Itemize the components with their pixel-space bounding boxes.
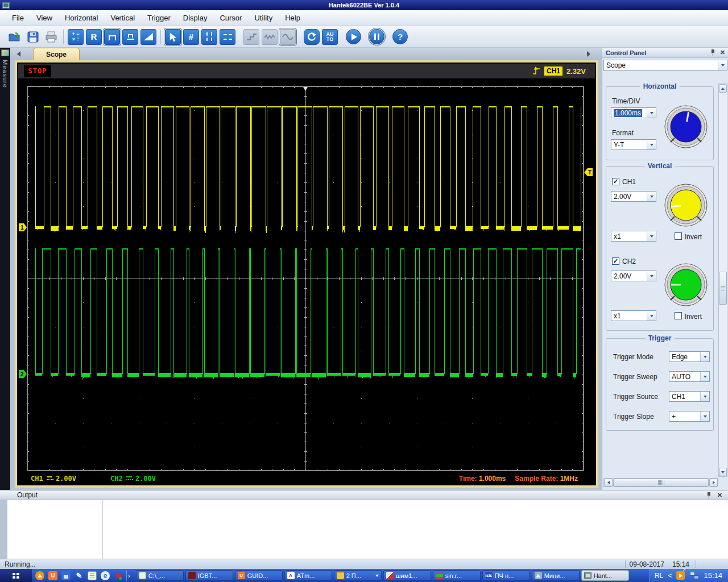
save-icon[interactable] — [61, 571, 71, 580]
ch1-volts-knob[interactable] — [663, 182, 709, 228]
tray-expand-icon[interactable]: < — [668, 572, 672, 580]
ch1-probe-combo[interactable]: x1 — [611, 231, 656, 242]
scrollbar-thumb[interactable] — [719, 272, 727, 305]
close-icon[interactable]: ✕ — [717, 492, 722, 498]
task-button[interactable]: isis ПЧ н... — [482, 570, 530, 581]
menu-help[interactable]: Help — [279, 11, 307, 25]
scrollbar-thumb[interactable] — [613, 479, 709, 487]
timebase-readout: Time: 1.000ms Sample Rate: 1MHz — [453, 473, 584, 484]
task-button[interactable]: Мини... — [532, 570, 580, 581]
ch2-probe-combo[interactable]: x1 — [611, 310, 656, 321]
close-icon[interactable]: ✕ — [720, 49, 725, 56]
scroll-up-icon[interactable] — [719, 84, 727, 93]
refresh-icon[interactable] — [304, 29, 320, 45]
panel-selector-combo[interactable]: Scope — [603, 60, 727, 70]
panel-vertical-scrollbar[interactable] — [718, 84, 727, 477]
ch1-scale-combo[interactable]: 2.00V — [611, 191, 656, 202]
pin-icon[interactable] — [710, 49, 715, 56]
task-button[interactable]: A ATm... — [284, 570, 332, 581]
notepad-icon[interactable] — [88, 571, 97, 580]
ch2-invert-checkbox[interactable] — [675, 312, 682, 319]
language-indicator[interactable]: RL — [655, 572, 663, 580]
quick-launch-expand-icon[interactable]: › — [127, 572, 134, 579]
menu-utility[interactable]: Utility — [248, 11, 279, 25]
trigger-level-value: 2.32V — [566, 67, 586, 76]
math-icon[interactable]: + −× ÷ — [68, 29, 84, 45]
ramp-icon[interactable] — [140, 29, 156, 45]
trigger-sweep-combo[interactable]: AUTO — [669, 371, 710, 382]
horizontal-cursors-icon[interactable] — [220, 29, 235, 45]
chevron-down-icon[interactable] — [375, 575, 379, 577]
scroll-right-icon[interactable] — [709, 479, 718, 487]
ch1-coupling-icon — [47, 476, 52, 481]
noisy-wave-icon[interactable] — [262, 29, 278, 45]
menu-vertical[interactable]: Vertical — [104, 11, 141, 25]
format-combo[interactable]: Y-T — [611, 139, 656, 150]
vertical-cursors-icon[interactable] — [201, 29, 217, 45]
menu-view[interactable]: View — [30, 11, 59, 25]
task-button[interactable]: sin.r... — [433, 570, 481, 581]
save-icon[interactable] — [25, 29, 41, 45]
pencil-icon[interactable]: ✎ — [75, 571, 84, 580]
sine-icon[interactable] — [280, 29, 296, 45]
menu-file[interactable]: File — [6, 11, 30, 25]
ch1-ground-marker[interactable]: 1 — [19, 223, 27, 231]
time-div-knob[interactable] — [663, 104, 709, 149]
help-icon[interactable]: ? — [392, 29, 408, 44]
flower-icon[interactable] — [114, 571, 123, 580]
ch1-enable-checkbox[interactable]: ✓ — [612, 178, 619, 185]
scroll-down-icon[interactable] — [719, 468, 727, 476]
trigger-group-title: Trigger — [646, 334, 675, 342]
dual-pulse-icon[interactable] — [122, 29, 138, 45]
winrar-icon — [436, 572, 443, 579]
ch2-scale-combo[interactable]: 2.00V — [611, 271, 656, 281]
tray-clock: 15:14 — [704, 571, 722, 580]
pin-icon[interactable] — [706, 492, 712, 498]
pulse-icon[interactable] — [104, 29, 120, 45]
alert-icon[interactable] — [35, 571, 44, 580]
internet-icon[interactable]: e — [101, 571, 110, 580]
menu-horizontal[interactable]: Horizontal — [59, 11, 105, 25]
download-manager-icon[interactable]: 2 — [676, 571, 685, 580]
step-icon[interactable] — [243, 29, 259, 45]
menu-display[interactable]: Display — [177, 11, 214, 25]
scroll-left-icon[interactable] — [604, 479, 613, 487]
task-button-active[interactable]: Hant... — [581, 570, 629, 581]
start-button[interactable] — [0, 569, 32, 582]
task-button[interactable]: IGBT... — [185, 570, 233, 581]
reference-icon[interactable]: R — [86, 29, 102, 45]
pdf-icon: A — [287, 572, 295, 579]
panel-horizontal-scrollbar[interactable] — [603, 478, 718, 487]
time-div-combo[interactable]: 1.000ms — [611, 107, 656, 118]
trigger-slope-combo[interactable]: + — [669, 411, 710, 422]
network-icon[interactable] — [690, 572, 699, 579]
tab-scroll-left-icon[interactable] — [15, 49, 23, 59]
open-icon[interactable] — [7, 29, 23, 45]
ch2-enable-checkbox[interactable]: ✓ — [612, 257, 619, 265]
ch2-volts-knob[interactable] — [663, 262, 709, 307]
trigger-mode-combo[interactable]: Edge — [669, 351, 710, 362]
auto-set-icon[interactable]: AUTO — [322, 29, 338, 45]
waveform-canvas — [27, 86, 584, 471]
pause-icon[interactable] — [369, 29, 384, 44]
trigger-level-marker[interactable]: T — [584, 168, 593, 176]
ch2-ground-marker[interactable]: 2 — [19, 370, 27, 378]
measure-side-tab[interactable]: Measure — [0, 48, 10, 490]
start-icon[interactable] — [346, 29, 361, 44]
task-button[interactable]: шим1... — [383, 570, 431, 581]
task-button[interactable]: 2 П... — [334, 570, 382, 581]
grid-icon[interactable]: # — [183, 29, 199, 45]
uc-browser-icon: U — [238, 572, 245, 579]
uc-browser-icon[interactable]: U — [48, 571, 57, 580]
menu-cursor[interactable]: Cursor — [213, 11, 248, 25]
menu-trigger[interactable]: Trigger — [141, 11, 177, 25]
pointer-icon[interactable] — [165, 29, 181, 45]
control-panel-title: Control Panel — [606, 49, 647, 56]
trigger-source-combo[interactable]: CH1 — [669, 391, 710, 402]
ch1-invert-checkbox[interactable] — [675, 232, 682, 240]
print-icon[interactable] — [43, 29, 59, 45]
task-button[interactable]: C:\_... — [136, 570, 184, 581]
task-button[interactable]: U GUID... — [235, 570, 283, 581]
tab-scroll-right-icon[interactable] — [585, 49, 593, 59]
tab-scope[interactable]: Scope — [33, 48, 80, 60]
